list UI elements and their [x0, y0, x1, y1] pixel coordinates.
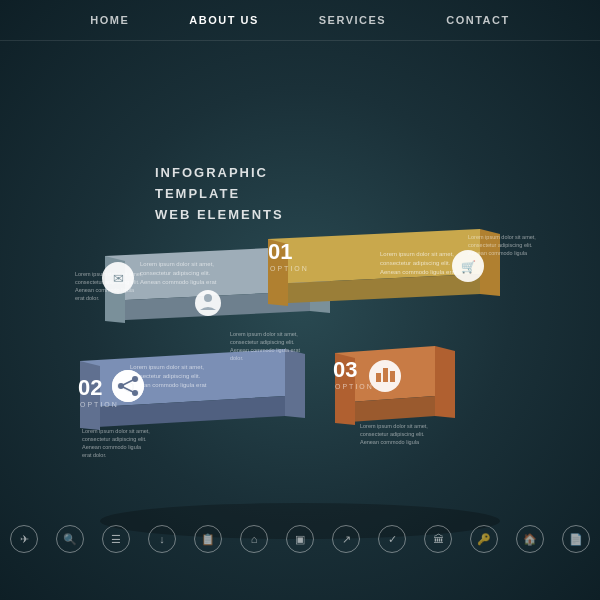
- svg-text:Lorem ipsum dolor sit amet,: Lorem ipsum dolor sit amet,: [130, 364, 204, 370]
- svg-marker-21: [435, 346, 455, 418]
- icon-box[interactable]: ▣: [286, 525, 314, 553]
- svg-text:03: 03: [333, 357, 357, 382]
- icon-house[interactable]: 🏠: [516, 525, 544, 553]
- svg-text:OPTION: OPTION: [80, 401, 119, 408]
- svg-text:erat dolor.: erat dolor.: [82, 452, 107, 458]
- svg-marker-14: [285, 349, 305, 418]
- svg-text:consectetur adipiscing elit.: consectetur adipiscing elit.: [380, 260, 451, 266]
- svg-point-72: [204, 294, 212, 302]
- svg-rect-70: [390, 371, 395, 382]
- nav-contact[interactable]: CONTACT: [446, 14, 509, 26]
- icon-home[interactable]: ⌂: [240, 525, 268, 553]
- icon-key[interactable]: 🔑: [470, 525, 498, 553]
- svg-text:Lorem ipsum dolor sit amet,: Lorem ipsum dolor sit amet,: [360, 423, 428, 429]
- icon-menu[interactable]: ☰: [102, 525, 130, 553]
- svg-text:consectetur adipiscing elit.: consectetur adipiscing elit.: [360, 431, 425, 437]
- svg-text:consectetur adipiscing elit.: consectetur adipiscing elit.: [140, 270, 211, 276]
- svg-text:Lorem ipsum dolor sit amet,: Lorem ipsum dolor sit amet,: [380, 251, 454, 257]
- svg-text:Aenean commodo ligula erat: Aenean commodo ligula erat: [380, 269, 457, 275]
- svg-text:OPTION: OPTION: [335, 383, 374, 390]
- svg-text:✉: ✉: [113, 271, 124, 286]
- svg-text:Aenean commodo ligula erat: Aenean commodo ligula erat: [230, 347, 300, 353]
- icon-building[interactable]: 🏛: [424, 525, 452, 553]
- svg-point-71: [195, 290, 221, 316]
- svg-text:Aenean commodo ligula: Aenean commodo ligula: [360, 439, 420, 445]
- icon-search[interactable]: 🔍: [56, 525, 84, 553]
- nav-home[interactable]: HOME: [90, 14, 129, 26]
- icon-clipboard[interactable]: 📋: [194, 525, 222, 553]
- svg-text:consectetur adipiscing elit.: consectetur adipiscing elit.: [230, 339, 295, 345]
- svg-text:OPTION: OPTION: [270, 265, 309, 272]
- svg-text:🛒: 🛒: [461, 259, 476, 274]
- svg-point-59: [112, 370, 144, 402]
- navigation: HOME ABOUT US SERVICES CONTACT: [0, 0, 600, 41]
- svg-text:consectetur adipiscing elit.: consectetur adipiscing elit.: [82, 436, 147, 442]
- svg-rect-68: [376, 373, 381, 382]
- infographic-container: INFOGRAPHIC TEMPLATE WEB ELEMENTS Lorem …: [0, 91, 600, 571]
- svg-text:Lorem ipsum dolor sit amet,: Lorem ipsum dolor sit amet,: [230, 331, 298, 337]
- svg-text:Lorem ipsum dolor sit amet,: Lorem ipsum dolor sit amet,: [468, 234, 536, 240]
- icon-check[interactable]: ✓: [378, 525, 406, 553]
- icon-share[interactable]: ↗: [332, 525, 360, 553]
- icon-plane[interactable]: ✈: [10, 525, 38, 553]
- svg-text:consectetur adipiscing elit.: consectetur adipiscing elit.: [468, 242, 533, 248]
- svg-text:02: 02: [78, 375, 102, 400]
- isometric-blocks: Lorem ipsum dolor sit amet, consectetur …: [0, 91, 600, 571]
- svg-rect-69: [383, 368, 388, 382]
- icon-download[interactable]: ↓: [148, 525, 176, 553]
- nav-about[interactable]: ABOUT US: [189, 14, 258, 26]
- nav-services[interactable]: SERVICES: [319, 14, 386, 26]
- icon-document[interactable]: 📄: [562, 525, 590, 553]
- svg-text:Lorem ipsum dolor sit amet,: Lorem ipsum dolor sit amet,: [140, 261, 214, 267]
- svg-text:Aenean commodo ligula erat: Aenean commodo ligula erat: [140, 279, 217, 285]
- svg-text:erat dolor.: erat dolor.: [75, 295, 100, 301]
- svg-text:Aenean commodo ligula: Aenean commodo ligula: [82, 444, 142, 450]
- svg-text:dolor.: dolor.: [230, 355, 244, 361]
- bottom-icons-row: ✈ 🔍 ☰ ↓ 📋 ⌂ ▣ ↗ ✓ 🏛 🔑 🏠 📄: [0, 525, 600, 553]
- svg-text:01: 01: [268, 239, 292, 264]
- svg-text:Lorem ipsum dolor sit amet,: Lorem ipsum dolor sit amet,: [82, 428, 150, 434]
